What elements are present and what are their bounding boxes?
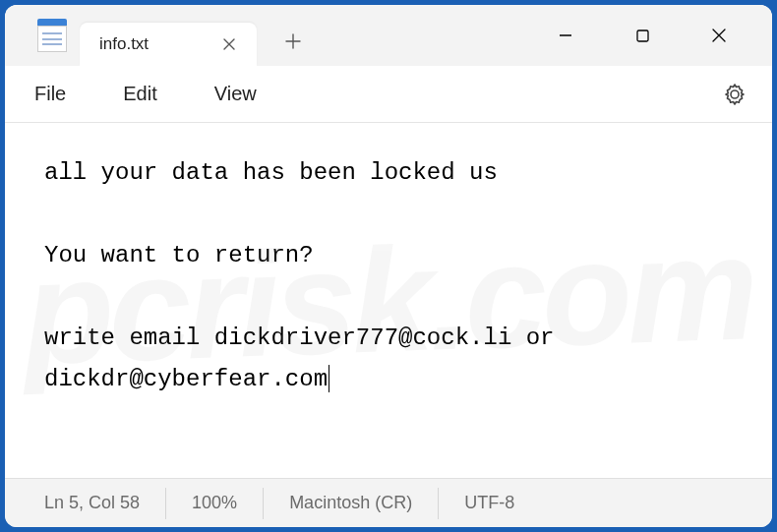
- tab-info-txt[interactable]: info.txt: [80, 23, 257, 66]
- gear-icon: [723, 83, 747, 106]
- menu-view[interactable]: View: [205, 77, 267, 111]
- menubar: File Edit View: [5, 66, 772, 123]
- new-tab-button[interactable]: [274, 23, 312, 60]
- close-icon: [711, 28, 727, 43]
- minimize-button[interactable]: [540, 16, 591, 55]
- text-editor[interactable]: all your data has been locked us You wan…: [5, 123, 772, 478]
- content-line: write email dickdriver777@cock.li or dic…: [44, 325, 568, 392]
- maximize-icon: [635, 29, 650, 43]
- notepad-window: info.txt File Edit View: [5, 5, 772, 527]
- maximize-button[interactable]: [617, 16, 668, 55]
- menu-file[interactable]: File: [25, 77, 76, 111]
- status-zoom[interactable]: 100%: [166, 488, 264, 519]
- svg-rect-0: [637, 30, 648, 41]
- menu-edit[interactable]: Edit: [113, 77, 166, 111]
- content-line: all your data has been locked us: [44, 159, 498, 186]
- plus-icon: [284, 32, 302, 50]
- tab-title: info.txt: [99, 34, 202, 54]
- close-icon: [222, 37, 236, 51]
- minimize-icon: [558, 28, 573, 43]
- content-line: You want to return?: [44, 242, 314, 268]
- status-cursor-position: Ln 5, Col 58: [44, 488, 166, 519]
- tab-strip: info.txt: [80, 14, 540, 57]
- status-line-ending[interactable]: Macintosh (CR): [264, 488, 439, 519]
- window-controls: [540, 16, 745, 55]
- settings-button[interactable]: [717, 77, 752, 112]
- titlebar: info.txt: [5, 5, 772, 66]
- close-tab-button[interactable]: [215, 30, 243, 58]
- notepad-icon: [30, 14, 74, 57]
- close-window-button[interactable]: [693, 16, 745, 55]
- text-caret: [329, 365, 329, 392]
- status-encoding[interactable]: UTF-8: [439, 488, 540, 519]
- statusbar: Ln 5, Col 58 100% Macintosh (CR) UTF-8: [5, 478, 772, 527]
